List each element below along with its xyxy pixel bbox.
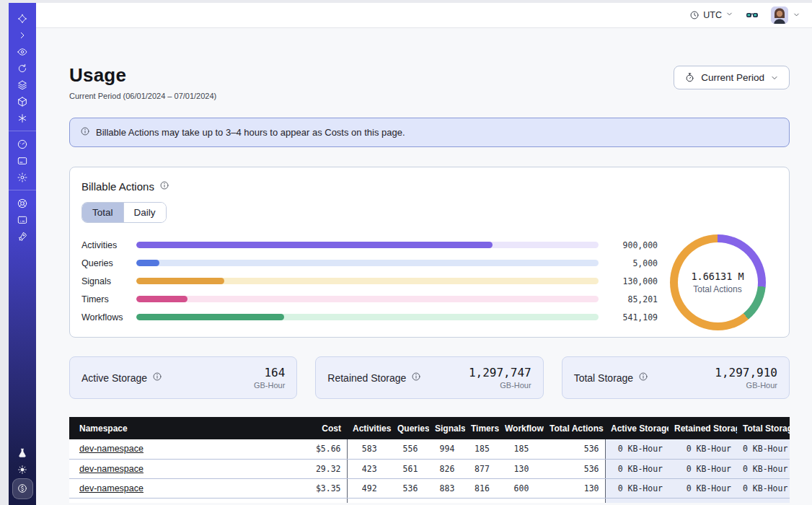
timers-cell: 877 — [465, 459, 499, 478]
timezone-selector[interactable]: UTC — [689, 10, 733, 20]
storage-card-label: Total Storage — [574, 372, 649, 384]
storage-label-text: Retained Storage — [327, 372, 406, 384]
col-header-timers: Timers — [465, 417, 499, 439]
billable-actions-title-text: Billable Actions — [81, 180, 154, 193]
bar-fill — [136, 260, 159, 266]
storage-unit: GB-Hour — [469, 381, 531, 390]
col-header-total-storage: Total Storage — [737, 417, 790, 439]
bar-track — [136, 314, 599, 320]
signals-cell: 994 — [429, 439, 465, 459]
tab-daily[interactable]: Daily — [123, 203, 166, 222]
bar-track — [136, 278, 599, 284]
retained-storage-cell: 0 KB-Hour — [668, 478, 737, 498]
theme-sun-icon[interactable] — [9, 461, 36, 478]
glasses-icon — [745, 8, 759, 22]
info-icon[interactable] — [152, 372, 162, 384]
signals-cell: 883 — [429, 478, 465, 498]
temporal-logo[interactable] — [9, 10, 36, 27]
col-header-cost: Cost — [286, 417, 347, 439]
cost-coin-icon[interactable] — [9, 478, 36, 499]
cost-cell: 29.32 — [286, 459, 347, 478]
queries-cell: 536 — [392, 478, 429, 498]
chart-row-timers: Timers 85,201 — [81, 290, 658, 308]
page-title: Usage — [69, 64, 216, 87]
storage-value: 1,297,747 — [469, 366, 531, 379]
namespace-link[interactable]: dev-namespace — [79, 444, 144, 454]
queries-cell: 556 — [392, 439, 429, 459]
col-header-activities: Activities — [347, 417, 392, 439]
col-header-active-storage: Active Storage — [605, 417, 668, 439]
retained-storage-cell: 0 KB-Hour — [668, 439, 737, 459]
storage-card-label: Active Storage — [81, 372, 162, 384]
user-menu[interactable] — [771, 6, 800, 24]
chart-label: Queries — [81, 258, 131, 268]
info-icon[interactable] — [159, 180, 169, 193]
history-icon[interactable] — [9, 60, 36, 76]
chart-value: 900,000 — [604, 240, 658, 250]
cost-cell: $5.66 — [286, 439, 347, 459]
table-row: dev-namespace 29.32 423 561 826 877 130 … — [69, 459, 790, 478]
col-header-signals: Signals — [429, 417, 465, 439]
chart-value: 85,201 — [604, 294, 658, 304]
current-period-button[interactable]: Current Period — [674, 66, 790, 89]
billable-chart-area: Activities 900,000 Queries 5,000 Signals… — [81, 233, 777, 330]
workflows-cell: 600 — [499, 478, 544, 498]
table-row: dev-namespace $5.66 583 556 994 185 185 … — [69, 439, 790, 459]
total-actions-cell: 130 — [544, 478, 605, 498]
namespace-link[interactable]: dev-namespace — [79, 483, 144, 493]
storage-cards-row: Active Storage 164 GB-Hour Retained Stor… — [69, 356, 790, 399]
asterisk-icon[interactable] — [9, 110, 36, 126]
activities-cell: 583 — [347, 439, 392, 459]
active-storage-cell: 0 KB-Hour — [605, 478, 668, 498]
storage-label-text: Total Storage — [574, 372, 634, 384]
banner-text: Billable Actions may take up to 3–4 hour… — [96, 127, 405, 138]
main-content: Usage Current Period (06/01/2024 – 07/01… — [36, 29, 812, 505]
getting-started-rocket-icon[interactable] — [9, 228, 36, 245]
labs-flask-icon[interactable] — [9, 444, 36, 461]
glasses-button[interactable] — [745, 8, 759, 22]
chart-label: Activities — [81, 240, 131, 250]
namespace-usage-table: Namespace Cost Activities Queries Signal… — [69, 417, 790, 503]
chart-label: Workflows — [81, 312, 131, 322]
tab-total[interactable]: Total — [82, 203, 123, 222]
retained-storage-card: Retained Storage 1,297,747 GB-Hour — [315, 356, 543, 399]
settings-gear-icon[interactable] — [9, 169, 36, 185]
storage-card-label: Retained Storage — [327, 372, 421, 384]
chart-row-signals: Signals 130,000 — [81, 272, 658, 290]
workflows-cell: 130 — [499, 459, 544, 478]
bar-fill — [136, 278, 224, 284]
col-header-total-actions: Total Actions — [544, 417, 605, 439]
current-period-label: Current Period — [701, 72, 764, 83]
billable-view-toggle: Total Daily — [81, 202, 167, 223]
billing-card-icon[interactable] — [9, 152, 36, 169]
table-header-row: Namespace Cost Activities Queries Signal… — [69, 417, 790, 439]
chart-value: 5,000 — [604, 258, 658, 268]
total-actions-label: Total Actions — [693, 284, 741, 294]
chart-label: Signals — [81, 276, 131, 286]
bar-fill — [136, 296, 187, 302]
title-row: Usage Current Period (06/01/2024 – 07/01… — [69, 64, 790, 100]
info-icon[interactable] — [411, 372, 421, 384]
namespaces-icon[interactable] — [9, 43, 36, 60]
col-header-queries: Queries — [392, 417, 429, 439]
timers-cell: 816 — [465, 478, 499, 498]
sidebar — [9, 3, 36, 505]
chevron-right-icon[interactable] — [9, 27, 36, 43]
namespace-link[interactable]: dev-namespace — [79, 464, 144, 474]
chart-value: 541,109 — [604, 312, 658, 322]
usage-gauge-icon[interactable] — [9, 136, 36, 152]
cube-icon[interactable] — [9, 93, 36, 110]
chart-value: 130,000 — [604, 276, 658, 286]
feedback-monitor-icon[interactable] — [9, 211, 36, 228]
chart-row-queries: Queries 5,000 — [81, 254, 658, 272]
info-icon[interactable] — [638, 372, 648, 384]
layers-icon[interactable] — [9, 76, 36, 93]
retained-storage-cell: 0 KB-Hour — [668, 459, 737, 478]
active-storage-cell: 0 KB-Hour — [605, 459, 668, 478]
table-row: dev-namespace $3.35 492 536 883 816 600 … — [69, 478, 790, 498]
timers-cell: 185 — [465, 439, 499, 459]
bar-fill — [136, 314, 284, 320]
support-lifebuoy-icon[interactable] — [9, 195, 36, 211]
timezone-label: UTC — [703, 10, 722, 20]
col-header-workflows: Workflows — [499, 417, 544, 439]
